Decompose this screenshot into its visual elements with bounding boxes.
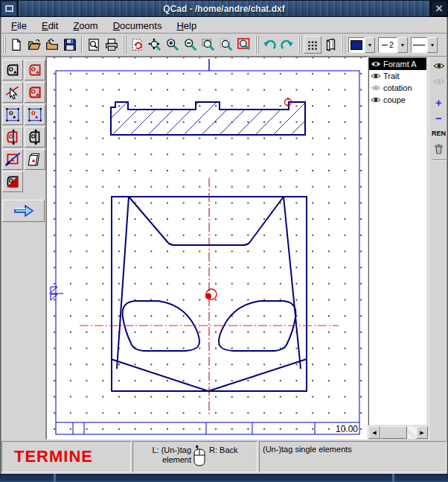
titlebar-drag-area[interactable]: QCad - /home/andre/chat.dxf [19,1,429,16]
show-layer-button[interactable] [430,58,448,73]
zoom-pan-button[interactable] [217,36,235,54]
mouse-right-hint: R: Back [209,445,238,454]
line-style-combobox[interactable]: ▼ [411,37,438,53]
line-width-value: 2 [378,37,397,53]
remove-layer-button[interactable]: − [430,110,448,125]
drawing-canvas[interactable]: 10.00 [47,57,367,439]
add-layer-button[interactable]: + [430,95,448,110]
eye-icon [371,72,381,80]
untag-intersected-button[interactable] [25,127,45,148]
toolbar-handle[interactable] [342,36,345,54]
import-file-button[interactable] [43,36,61,54]
layer-button-strip: + − REN [429,57,448,440]
color-combobox[interactable]: ▼ [348,37,375,53]
canvas-frame: 10.00 [46,57,368,440]
scroll-thumb[interactable] [380,426,407,439]
open-file-button[interactable] [25,36,43,54]
menu-documents[interactable]: Documents [106,19,169,33]
eye-icon [371,96,381,104]
pick-element-button[interactable] [2,82,23,103]
layer-item-1[interactable]: Trait [369,70,426,82]
layer-item-2[interactable]: cotation [369,82,426,94]
tag-contour-icon [27,84,43,101]
right-cheek-line [284,197,301,369]
toolbar-handle[interactable] [2,36,6,54]
tag-layer-button[interactable] [25,149,45,170]
zoom-in-icon [166,38,179,51]
grid-toggle-button[interactable] [304,36,321,54]
continue-button[interactable] [2,200,45,222]
new-file-button[interactable] [7,36,25,54]
scroll-right-button[interactable]: ▶ [416,426,428,439]
toolbar-handle[interactable] [123,36,127,54]
zoom-out-button[interactable] [182,36,199,54]
window-menu-icon [5,5,13,12]
tag-layer-icon [27,151,43,168]
print-button[interactable] [103,36,121,54]
isometric-view-button[interactable] [321,36,339,54]
tag-element-icon [4,62,21,78]
line-style-arrow[interactable]: ▼ [427,37,438,53]
strip-separator [432,159,447,161]
menu-file[interactable]: File [4,19,33,33]
untag-window-icon [27,107,43,123]
close-icon: ✕ [435,3,444,14]
layer-item-3[interactable]: coupe [369,94,426,106]
brow-line [129,197,284,245]
toolbar-handle[interactable] [255,36,259,54]
continue-arrow-icon [13,203,35,218]
chevron-down-icon: ▼ [368,42,373,48]
eye-closed-icon [371,84,381,92]
color-combobox-arrow[interactable]: ▼ [365,37,375,53]
scroll-track[interactable] [407,426,416,439]
zoom-window-icon [202,38,215,51]
print-preview-button[interactable] [85,36,103,54]
line-width-combobox[interactable]: 2 ▼ [378,37,408,53]
chevron-down-icon: ▼ [430,42,435,48]
close-button[interactable]: ✕ [431,1,447,16]
layer-list-hscrollbar[interactable]: ◀ ▶ [368,426,428,439]
menu-help[interactable]: Help [170,19,203,33]
zoom-previous-view-icon [237,38,251,51]
color-combobox-value [348,37,365,53]
invert-tag-button[interactable] [2,171,23,192]
tag-intersected-button[interactable] [2,127,23,148]
redraw-button[interactable] [128,36,146,54]
zoom-autozoom-button[interactable] [146,36,164,54]
line-width-arrow[interactable]: ▼ [397,37,408,53]
untag-all-button[interactable] [2,149,23,170]
redo-button[interactable] [278,36,296,54]
zoom-in-button[interactable] [164,36,182,54]
scroll-left-button[interactable]: ◀ [368,426,380,439]
arrow-left-icon: ◀ [372,430,376,436]
tag-element-button[interactable] [2,60,23,80]
rename-layer-button[interactable]: REN [430,126,448,141]
resize-notch [392,474,394,482]
views-icon [324,38,337,51]
window-left-border[interactable] [0,17,1,474]
window-menu-button[interactable] [1,1,17,16]
import-folder-icon [45,38,59,51]
zoom-window-button[interactable] [199,36,217,54]
menu-edit[interactable]: Edit [35,19,65,33]
grid-spacing-label: 10.00 [336,424,358,434]
untag-element-button[interactable] [25,60,45,80]
tag-window-button[interactable] [2,104,23,125]
layer-item-0[interactable]: Foramt A [369,58,426,70]
invert-tag-icon [4,174,21,190]
arrow-right-icon: ▶ [420,430,423,436]
cad-drawing: 10.00 [47,57,367,439]
window-bottom-border[interactable] [0,474,448,482]
layer-list: Foramt A Trait cotation coupe [368,57,427,425]
hide-layer-button[interactable] [430,74,448,89]
menu-zoom[interactable]: Zoom [66,19,104,33]
eye-icon [371,60,381,68]
delete-layer-button[interactable] [430,142,448,156]
undo-button[interactable] [260,36,278,54]
toolbar-handle[interactable] [298,36,302,54]
zoom-previous-view-button[interactable] [235,36,253,54]
save-file-button[interactable] [61,36,79,54]
redo-icon [281,38,294,51]
untag-window-button[interactable] [25,104,45,125]
tag-contour-button[interactable] [25,82,45,103]
